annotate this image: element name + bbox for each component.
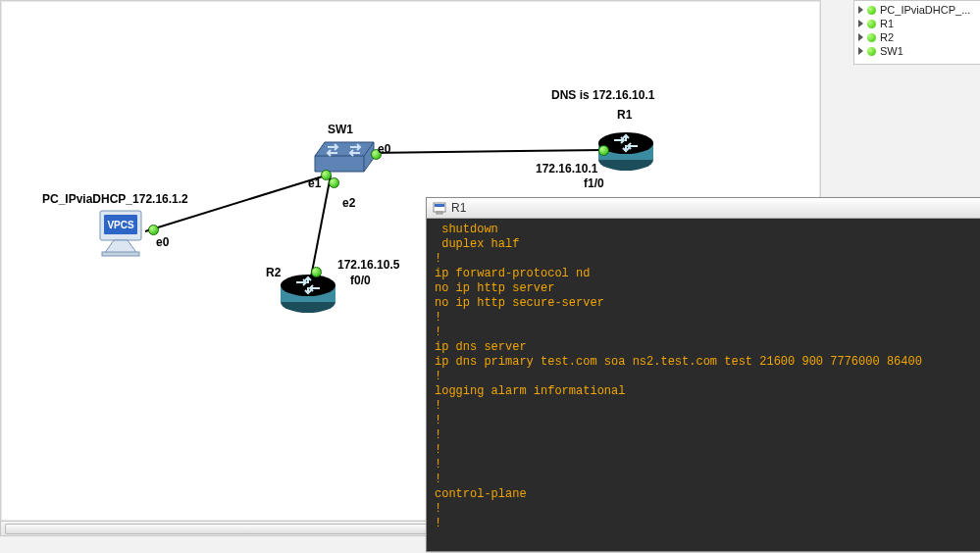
terminal-title-text: R1 (451, 201, 466, 215)
link-sw1-r1 (370, 150, 603, 153)
device-r2[interactable] (281, 275, 335, 313)
putty-icon (433, 201, 446, 215)
pc-badge-text: VPCS (107, 220, 134, 230)
r2-port-label: f0/0 (350, 274, 371, 287)
port-dot-sw1-e2 (329, 177, 339, 188)
chevron-right-icon (858, 20, 863, 27)
tree-item-label: SW1 (880, 45, 903, 57)
port-dot-r2-f00 (311, 267, 322, 277)
device-pc[interactable]: VPCS (100, 211, 141, 256)
tree-item-sw1[interactable]: SW1 (854, 44, 980, 58)
tree-item-label: PC_IPviaDHCP_... (880, 4, 970, 16)
r1-name: R1 (617, 108, 632, 122)
sw1-e2-label: e2 (342, 196, 355, 210)
r1-ip-label: 172.16.10.1 (536, 162, 597, 176)
port-dot-r1-f10 (598, 145, 609, 156)
tree-item-label: R2 (880, 31, 894, 43)
terminal-output[interactable]: shutdown duplex half ! ip forward-protoc… (427, 219, 980, 551)
sw1-e0-label: e0 (378, 142, 390, 156)
tree-item-r1[interactable]: R1 (854, 17, 980, 30)
sw1-name: SW1 (328, 123, 353, 136)
chevron-right-icon (858, 47, 863, 55)
dns-label: DNS is 172.16.10.1 (551, 88, 654, 102)
pc-name: PC_IPviaDHCP_172.16.1.2 (42, 192, 188, 206)
status-dot-icon (867, 6, 876, 15)
r1-port-label: f1/0 (584, 176, 604, 190)
status-dot-icon (867, 47, 876, 56)
r2-name: R2 (266, 266, 281, 279)
tree-item-pc[interactable]: PC_IPviaDHCP_... (854, 3, 980, 17)
svg-rect-8 (102, 252, 139, 256)
pc-e0-label: e0 (156, 235, 169, 249)
svg-rect-11 (437, 212, 442, 214)
sw1-e1-label: e1 (308, 176, 321, 190)
chevron-right-icon (858, 33, 863, 41)
chevron-right-icon (858, 6, 863, 14)
terminal-titlebar[interactable]: R1 (427, 198, 980, 219)
r2-ip-label: 172.16.10.5 (337, 258, 399, 272)
device-sw1[interactable] (315, 142, 374, 172)
status-dot-icon (867, 33, 876, 42)
tree-item-label: R1 (880, 18, 894, 29)
tree-item-r2[interactable]: R2 (854, 30, 980, 44)
port-dot-pc-e0 (148, 225, 159, 235)
svg-rect-10 (435, 204, 444, 207)
status-dot-icon (867, 20, 876, 28)
device-tree-panel[interactable]: PC_IPviaDHCP_... R1 R2 SW1 (853, 0, 980, 65)
terminal-window[interactable]: R1 shutdown duplex half ! ip forward-pro… (426, 197, 980, 552)
